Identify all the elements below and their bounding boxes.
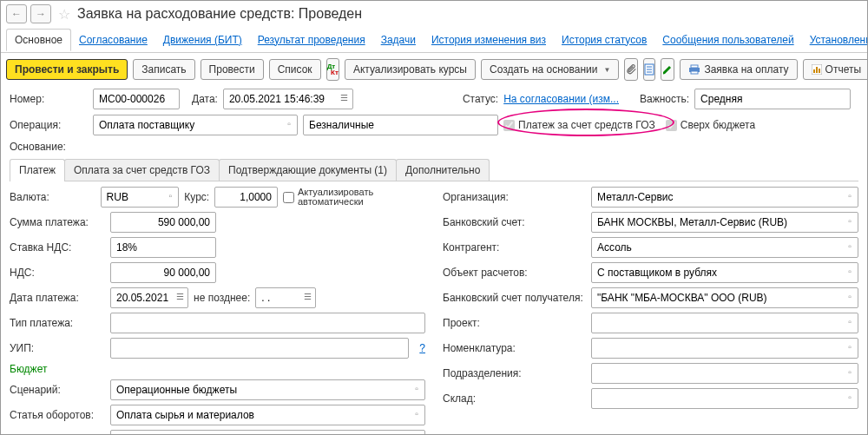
vat-rate-input[interactable]	[110, 237, 216, 258]
tab-result[interactable]: Результат проведения	[250, 30, 373, 50]
post-and-close-button[interactable]: Провести и закрыть	[6, 59, 128, 80]
date-input[interactable]: ☰	[223, 89, 353, 109]
scenario-label: Сценарий:	[10, 384, 105, 396]
subtab-docs[interactable]: Подтверждающие документы (1)	[219, 159, 397, 181]
cashless-input[interactable]	[303, 115, 498, 135]
importance-label: Важность:	[640, 93, 689, 105]
list-button[interactable]: Список	[269, 59, 321, 80]
picker-icon[interactable]: ▫	[844, 289, 856, 303]
save-button[interactable]: Записать	[133, 59, 194, 80]
main-tabs: Основное Согласование Движения (БИТ) Рез…	[1, 27, 867, 53]
vat-input[interactable]	[110, 262, 216, 283]
sum-label: Сумма платежа:	[10, 216, 105, 228]
warehouse-label: Склад:	[443, 392, 586, 405]
edit-button[interactable]	[661, 58, 674, 81]
pay-date-input[interactable]: ☰	[110, 287, 188, 308]
recv-bank-input[interactable]: ▫	[591, 287, 858, 308]
update-rates-button[interactable]: Актуализировать курсы	[345, 59, 476, 80]
svg-rect-10	[819, 69, 820, 73]
recv-bank-label: Банковский счет получателя:	[443, 292, 586, 304]
rate-label: Курс:	[184, 191, 209, 203]
picker-icon[interactable]: ▫	[844, 264, 856, 278]
number-input[interactable]	[93, 89, 180, 109]
auto-update-checkbox[interactable]: Актуализировать автоматически	[283, 188, 425, 207]
reports-button[interactable]: Отчеты▼	[803, 59, 868, 80]
bank-input[interactable]: ▫	[591, 212, 858, 233]
vat-label: НДС:	[10, 267, 105, 279]
operation-input[interactable]: ▫	[93, 115, 298, 135]
dept-input[interactable]: ▫	[591, 363, 858, 384]
status-link[interactable]: На согласовании (изм...	[503, 93, 619, 105]
attach-button[interactable]	[624, 58, 638, 81]
org-label: Организация:	[443, 191, 586, 203]
date-label: Дата:	[192, 93, 218, 105]
picker-icon[interactable]: ▫	[164, 188, 176, 202]
picker-icon[interactable]: ▫	[844, 188, 856, 202]
nomen-label: Номенклатура:	[443, 342, 586, 354]
not-later-input[interactable]: ☰	[255, 287, 316, 308]
picker-icon[interactable]: ▫	[844, 339, 856, 353]
doc-button[interactable]	[643, 58, 655, 81]
bank-label: Банковский счет:	[443, 216, 586, 228]
sub-tabs: Платеж Оплата за счет средств ГОЗ Подтве…	[10, 159, 858, 181]
rate-input[interactable]	[214, 187, 278, 208]
payment-request-button[interactable]: Заявка на оплату	[680, 59, 797, 80]
calendar-icon[interactable]: ☰	[301, 289, 313, 303]
goz-checkbox[interactable]: Платеж за счет средств ГОЗ	[503, 119, 655, 131]
favorite-star-icon[interactable]: ☆	[58, 6, 70, 23]
nav-forward-button[interactable]: →	[30, 4, 51, 23]
create-based-button[interactable]: Создать на основании▼	[481, 59, 619, 80]
counter-label: Контрагент:	[443, 241, 586, 254]
picker-icon[interactable]: ▫	[844, 239, 856, 253]
nomen-input[interactable]: ▫	[591, 338, 858, 359]
picker-icon[interactable]: ▫	[411, 406, 423, 420]
picker-icon[interactable]: ▫	[283, 116, 295, 130]
tab-messages[interactable]: Сообщения пользователей	[654, 30, 801, 50]
counter-input[interactable]: ▫	[591, 237, 858, 258]
not-later-label: не позднее:	[194, 292, 250, 304]
project-input[interactable]: ▫	[591, 313, 858, 333]
picker-icon[interactable]: ▫	[844, 390, 856, 404]
vat-rate-label: Ставка НДС:	[10, 241, 105, 254]
uip-input[interactable]	[110, 338, 409, 359]
help-icon[interactable]: ?	[419, 342, 425, 354]
org-input[interactable]: ▫	[591, 187, 858, 208]
pay-date-label: Дата платежа:	[10, 292, 105, 304]
subtab-extra[interactable]: Дополнительно	[396, 159, 490, 181]
sum-input[interactable]	[110, 212, 216, 233]
printer-icon	[688, 64, 700, 75]
importance-input[interactable]	[694, 89, 851, 109]
tab-movements[interactable]: Движения (БИТ)	[155, 30, 250, 50]
calendar-icon[interactable]: ☰	[174, 289, 186, 303]
subtab-goz[interactable]: Оплата за счет средств ГОЗ	[64, 159, 220, 181]
subtab-payment[interactable]: Платеж	[10, 159, 65, 181]
over-budget-checkbox[interactable]: Сверх бюджета	[666, 119, 755, 131]
operation-label: Операция:	[10, 119, 88, 131]
tab-tasks[interactable]: Задачи	[373, 30, 424, 50]
dtkt-button[interactable]: Дт Кт	[326, 58, 339, 81]
scenario-input[interactable]: ▫	[110, 379, 425, 400]
warehouse-input[interactable]: ▫	[591, 388, 858, 409]
pay-type-input[interactable]	[110, 313, 425, 333]
picker-icon[interactable]: ▫	[844, 365, 856, 379]
picker-icon[interactable]: ▫	[844, 214, 856, 227]
currency-input[interactable]: ▫	[101, 187, 180, 208]
calendar-icon[interactable]: ☰	[339, 90, 351, 104]
tab-visa-history[interactable]: История изменения виз	[424, 30, 554, 50]
status-label: Статус:	[463, 93, 498, 105]
tab-visas[interactable]: Установленные визы	[802, 30, 868, 50]
turnover-input[interactable]: ▫	[110, 405, 425, 425]
tab-status-history[interactable]: История статусов	[554, 30, 654, 50]
post-button[interactable]: Провести	[201, 59, 264, 80]
tab-main[interactable]: Основное	[6, 29, 71, 51]
tab-approval[interactable]: Согласование	[71, 30, 155, 50]
cfo-input[interactable]: ▫	[110, 430, 425, 435]
picker-icon[interactable]: ▫	[844, 314, 856, 328]
picker-icon[interactable]: ▫	[411, 432, 423, 435]
object-input[interactable]: ▫	[591, 262, 858, 283]
svg-rect-6	[691, 71, 698, 74]
uip-label: УИП:	[10, 342, 105, 354]
currency-label: Валюта:	[10, 191, 95, 203]
picker-icon[interactable]: ▫	[411, 381, 423, 395]
nav-back-button[interactable]: ←	[6, 4, 27, 23]
